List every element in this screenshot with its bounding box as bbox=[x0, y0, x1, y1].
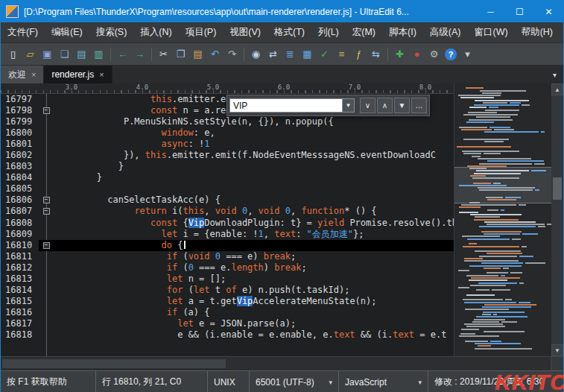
list-lines-icon[interactable]: ≡ bbox=[335, 47, 349, 61]
help-icon[interactable]: ? bbox=[445, 48, 457, 60]
code-line[interactable]: 16802 }), this.emitter.emit(f.NodeEventM… bbox=[1, 150, 454, 161]
minimize-button[interactable]: ─ bbox=[476, 1, 505, 22]
record-macro-icon[interactable]: ● bbox=[410, 47, 424, 61]
save-all-icon[interactable]: ❏ bbox=[57, 47, 72, 61]
maximize-button[interactable]: ☐ bbox=[505, 1, 534, 22]
menu-view[interactable]: 视图(V) bbox=[223, 22, 267, 42]
tab-close-icon[interactable]: × bbox=[31, 70, 36, 79]
line-number: 16809 bbox=[1, 229, 39, 240]
new-file-icon[interactable]: ▯ bbox=[6, 47, 20, 61]
vertical-scroll-thumb[interactable] bbox=[553, 177, 562, 200]
menu-advanced[interactable]: 高级(A) bbox=[423, 22, 468, 42]
code-line[interactable]: 16814 for (let t of e) n.push(t.taskId); bbox=[1, 285, 454, 296]
code-line[interactable]: 16817 let e = JSON.parse(a); bbox=[1, 318, 454, 329]
menu-insert[interactable]: 插入(N) bbox=[133, 22, 178, 42]
code-area[interactable]: 16797 this.emitter.emit(16798− const n =… bbox=[1, 94, 454, 356]
tab-close-icon[interactable]: × bbox=[99, 70, 104, 79]
column-mode-icon[interactable]: ▦ bbox=[300, 47, 314, 61]
code-line[interactable]: 16810− do { bbox=[1, 240, 454, 251]
code-line[interactable]: 16801 async: !1 bbox=[1, 139, 454, 150]
minimap-viewport[interactable] bbox=[454, 167, 551, 203]
code-line[interactable]: 16818 e && (i.enable = e.enable, e.text … bbox=[1, 329, 454, 341]
dropdown-caret-icon[interactable]: ▾ bbox=[321, 379, 332, 386]
code-line[interactable]: 16803 } bbox=[1, 161, 454, 172]
add-icon[interactable]: ✚ bbox=[393, 47, 407, 61]
tab-renderer-js[interactable]: renderer.js× bbox=[44, 66, 112, 83]
forward-icon[interactable]: → bbox=[133, 47, 147, 61]
find-more-button[interactable]: … bbox=[411, 98, 427, 113]
fold-toggle-icon[interactable]: − bbox=[43, 107, 50, 114]
settings-gear-icon[interactable]: ⚙ bbox=[427, 47, 441, 61]
menu-file[interactable]: 文件(F) bbox=[1, 22, 45, 42]
code-line[interactable]: 16807− return i(this, void 0, void 0, fu… bbox=[1, 206, 454, 217]
tab-overflow-icon[interactable]: ▾ bbox=[546, 66, 563, 83]
close-button[interactable]: ✕ bbox=[534, 1, 563, 22]
window-controls: ─☐✕ bbox=[476, 1, 563, 22]
undo-icon[interactable]: ↶ bbox=[208, 47, 222, 61]
vertical-scroll-track[interactable] bbox=[551, 95, 563, 344]
paste-icon[interactable]: ▤ bbox=[191, 47, 205, 61]
code-line[interactable]: 16816 if (a) { bbox=[1, 307, 454, 318]
editor[interactable]: 3.04.05.06.07.08.0 16797 this.emitter.em… bbox=[1, 83, 454, 356]
fold-toggle-icon[interactable]: − bbox=[43, 208, 50, 215]
replace-icon[interactable]: ⇄ bbox=[266, 47, 280, 61]
status-syntax-mode[interactable]: JavaScript▾ bbox=[339, 371, 428, 392]
menu-help[interactable]: 帮助(H) bbox=[515, 22, 560, 42]
code-line[interactable]: 16808 const {VipDownloadPlugin: t} = yie… bbox=[1, 218, 454, 229]
fold-toggle-icon[interactable]: − bbox=[43, 197, 50, 203]
function-list-icon[interactable]: ƒ bbox=[352, 47, 366, 61]
menu-search[interactable]: 搜索(S) bbox=[89, 22, 134, 42]
status-encoding[interactable]: 65001 (UTF-8)▾ bbox=[250, 371, 339, 392]
menu-window[interactable]: 窗口(W) bbox=[468, 22, 515, 42]
open-folder-icon[interactable]: ▱ bbox=[23, 47, 37, 61]
vertical-scrollbar[interactable]: ▲ ▼ bbox=[551, 83, 563, 356]
menu-macro[interactable]: 宏(M) bbox=[346, 22, 382, 42]
code-line[interactable]: 16805 bbox=[1, 183, 454, 195]
cut-icon[interactable]: ✂ bbox=[156, 47, 171, 61]
copy-icon[interactable]: ❐ bbox=[174, 47, 188, 61]
find-prev-button[interactable]: ∧ bbox=[377, 98, 393, 113]
menu-format[interactable]: 格式(T) bbox=[267, 22, 311, 42]
sort-icon[interactable]: ≣ bbox=[283, 47, 297, 61]
print-icon[interactable]: ▤ bbox=[75, 47, 89, 61]
code-line[interactable]: 16799 P.MenuSkinNS.setStyle(n, {}), n.po… bbox=[1, 116, 454, 127]
search-dropdown-icon[interactable]: ▼ bbox=[343, 98, 355, 113]
find-icon[interactable]: ◉ bbox=[249, 47, 263, 61]
scroll-down-icon[interactable]: ▼ bbox=[551, 344, 563, 356]
line-number: 16804 bbox=[1, 172, 39, 183]
code-line[interactable]: 16813 let n = []; bbox=[1, 274, 454, 285]
menu-script[interactable]: 脚本(I) bbox=[382, 22, 423, 42]
code-line[interactable]: 16804 } bbox=[1, 172, 454, 183]
code-line[interactable]: 16815 let a = t.getVipAccelerateMenuStat… bbox=[1, 296, 454, 307]
spell-check-icon[interactable]: ✓ bbox=[317, 47, 332, 61]
menu-project[interactable]: 项目(P) bbox=[179, 22, 224, 42]
minimap-content bbox=[454, 85, 551, 355]
code-line[interactable]: 16812 if (0 === e.length) break; bbox=[1, 262, 454, 274]
toolbar-overflow-icon[interactable]: ▾ bbox=[460, 47, 475, 61]
code-line[interactable]: 16809 let i = {enable: !1, text: "会员加速"}… bbox=[1, 229, 454, 240]
fold-toggle-icon[interactable]: − bbox=[43, 242, 50, 249]
redo-icon[interactable]: ↷ bbox=[225, 47, 239, 61]
horizontal-scrollbar[interactable] bbox=[1, 356, 563, 370]
scroll-up-icon[interactable]: ▲ bbox=[551, 83, 563, 95]
find-next-button[interactable]: ∨ bbox=[360, 98, 376, 113]
dropdown-caret-icon[interactable]: ▾ bbox=[411, 379, 422, 386]
search-input[interactable] bbox=[229, 98, 343, 113]
code-line[interactable]: 16800 window: e, bbox=[1, 127, 454, 139]
tab-welcome[interactable]: 欢迎× bbox=[1, 66, 44, 83]
print-preview-icon[interactable]: ▥ bbox=[92, 47, 106, 61]
fold-column bbox=[39, 218, 54, 229]
code-line[interactable]: 16811 if (void 0 === e) break; bbox=[1, 251, 454, 262]
ruler-label: 8.0 bbox=[419, 83, 431, 91]
fold-column: − bbox=[39, 240, 54, 251]
menu-column[interactable]: 列(L) bbox=[311, 22, 346, 42]
fold-column bbox=[39, 251, 54, 262]
code-line[interactable]: 16806− canSelectTaskAcc(e) { bbox=[1, 195, 454, 206]
minimap[interactable] bbox=[454, 83, 551, 356]
back-icon[interactable]: ← bbox=[115, 47, 130, 61]
save-icon[interactable]: ▣ bbox=[40, 47, 54, 61]
horizontal-scroll-thumb[interactable] bbox=[2, 359, 226, 368]
find-filter-button[interactable]: ▼ bbox=[394, 98, 410, 113]
menu-edit[interactable]: 编辑(E) bbox=[45, 22, 89, 42]
compare-icon[interactable]: ⇆ bbox=[369, 47, 383, 61]
